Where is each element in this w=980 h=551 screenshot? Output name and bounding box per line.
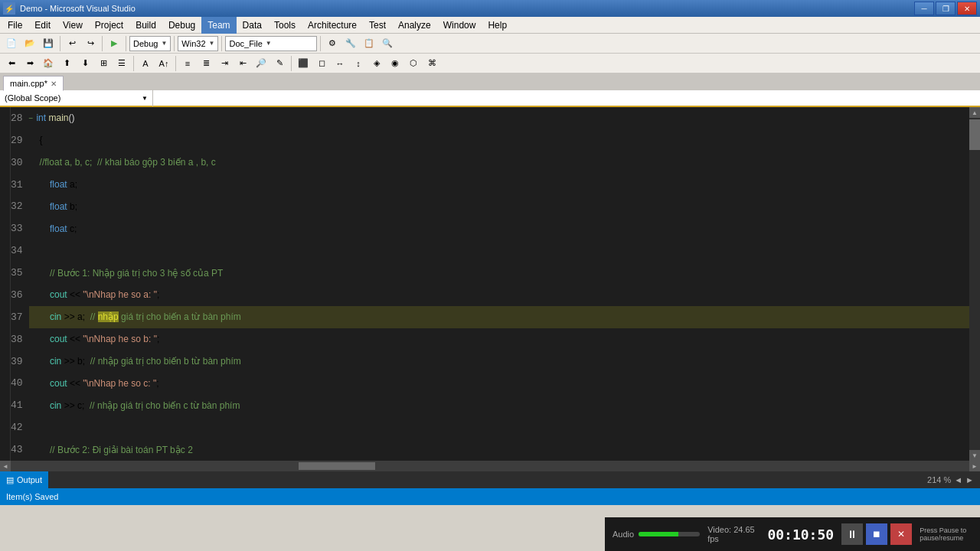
tab-close-btn[interactable]: ✕ [51, 80, 57, 88]
tb2-btn7[interactable]: ☰ [113, 55, 130, 72]
h-scrollbar[interactable]: ◄ ► [0, 461, 980, 471]
status-spacer [48, 471, 921, 488]
output-icon: ▤ [6, 475, 14, 485]
new-file-btn[interactable]: 📄 [3, 35, 20, 52]
tb2-btn21[interactable]: ◉ [387, 55, 403, 72]
code-line-28: − int main() [29, 107, 969, 129]
close-button[interactable]: ✕ [957, 2, 977, 15]
debug-dropdown-arrow: ▼ [161, 40, 167, 47]
editor-scrollbar[interactable]: ▲ ▼ [969, 107, 980, 461]
line-numbers: 28 29 30 31 32 33 34 35 36 37 38 39 40 4… [11, 107, 29, 461]
tb-extra2[interactable]: 🔧 [342, 35, 359, 52]
menu-view[interactable]: View [57, 17, 89, 34]
tb2-btn20[interactable]: ◈ [368, 55, 385, 72]
menu-data[interactable]: Data [237, 17, 268, 34]
code-line-33: float c; [29, 217, 969, 240]
menu-build[interactable]: Build [129, 17, 162, 34]
sep4 [174, 36, 175, 51]
menu-edit[interactable]: Edit [28, 17, 57, 34]
zoom-control[interactable]: 214 % ◄ ► [921, 475, 980, 484]
sep8 [175, 56, 176, 71]
tb2-btn12[interactable]: ⇥ [216, 55, 233, 72]
h-scroll-thumb[interactable] [299, 462, 375, 470]
tab-main-cpp[interactable]: main.cpp* ✕ [3, 76, 64, 91]
menu-architecture[interactable]: Architecture [302, 17, 363, 34]
tb2-btn19[interactable]: ↕ [350, 55, 367, 72]
lnum-31: 31 [11, 174, 29, 196]
lnum-41: 41 [11, 394, 29, 416]
menu-analyze[interactable]: Analyze [392, 17, 437, 34]
tb2-btn1[interactable]: ⬅ [3, 55, 20, 72]
scroll-thumb[interactable] [969, 119, 980, 150]
tb2-btn17[interactable]: ◻ [313, 55, 330, 72]
code-area[interactable]: 28 29 30 31 32 33 34 35 36 37 38 39 40 4… [0, 107, 980, 461]
tb2-btn16[interactable]: ⬛ [295, 55, 312, 72]
margin [0, 107, 11, 461]
menu-debug[interactable]: Debug [162, 17, 201, 34]
platform-dropdown[interactable]: Win32 ▼ [178, 36, 218, 51]
tb2-btn22[interactable]: ⬡ [405, 55, 422, 72]
zoom-decrease[interactable]: ◄ [954, 475, 962, 484]
pause-button[interactable]: ⏸ [841, 523, 863, 545]
menu-window[interactable]: Window [437, 17, 482, 34]
tb2-btn18[interactable]: ↔ [332, 55, 348, 72]
target-arrow: ▼ [266, 40, 272, 47]
lnum-29: 29 [11, 129, 29, 152]
sep9 [291, 56, 292, 71]
code-line-40: cout << "\nNhap he so c: "; [29, 373, 969, 395]
code-content[interactable]: − int main() { //float a, b, c; // khai … [29, 107, 969, 461]
scroll-down-btn[interactable]: ▼ [969, 450, 980, 461]
tb2-btn5[interactable]: ⬇ [77, 55, 93, 72]
toolbar2: ⬅ ➡ 🏠 ⬆ ⬇ ⊞ ☰ A A↑ ≡ ≣ ⇥ ⇤ 🔎 ✎ ⬛ ◻ ↔ ↕ ◈… [0, 54, 980, 73]
menu-tools[interactable]: Tools [268, 17, 302, 34]
scroll-up-btn[interactable]: ▲ [969, 107, 980, 118]
lnum-36: 36 [11, 284, 29, 306]
start-btn[interactable]: ▶ [106, 35, 122, 52]
lnum-43: 43 [11, 439, 29, 461]
output-tab[interactable]: ▤ Output [0, 471, 48, 488]
h-scroll-right-btn[interactable]: ► [969, 461, 980, 471]
tb-extra1[interactable]: ⚙ [324, 35, 341, 52]
minimize-button[interactable]: ─ [914, 2, 934, 15]
redo-btn[interactable]: ↪ [82, 35, 99, 52]
tb2-btn2[interactable]: ➡ [21, 55, 38, 72]
tb2-btn3[interactable]: 🏠 [40, 55, 57, 72]
scope-right-dropdown[interactable] [153, 90, 980, 106]
tb-extra3[interactable]: 📋 [361, 35, 377, 52]
tb2-btn23[interactable]: ⌘ [423, 55, 440, 72]
tb2-btn11[interactable]: ≣ [198, 55, 214, 72]
debug-dropdown[interactable]: Debug ▼ [129, 36, 171, 51]
menu-test[interactable]: Test [363, 17, 392, 34]
tb2-btn13[interactable]: ⇤ [234, 55, 251, 72]
platform-arrow: ▼ [209, 40, 215, 47]
zoom-increase[interactable]: ► [965, 475, 974, 484]
tb2-btn15[interactable]: ✎ [271, 55, 288, 72]
menu-file[interactable]: File [2, 17, 28, 34]
menu-team[interactable]: Team [201, 17, 236, 34]
menu-project[interactable]: Project [89, 17, 129, 34]
status-bar: Item(s) Saved Audio Video: 24.65 fps 00:… [0, 488, 980, 505]
tb2-btn6[interactable]: ⊞ [95, 55, 112, 72]
scope-left-dropdown[interactable]: (Global Scope) ▼ [0, 90, 153, 106]
target-dropdown[interactable]: Doc_File ▼ [225, 36, 317, 51]
tb2-btn8[interactable]: A [137, 55, 154, 72]
menu-help[interactable]: Help [482, 17, 513, 34]
code-line-35: // Bước 1: Nhập giá trị cho 3 hệ số của … [29, 262, 969, 284]
open-file-btn[interactable]: 📂 [21, 35, 38, 52]
tb2-btn9[interactable]: A↑ [155, 55, 172, 72]
title-bar-left: ⚡ Demo - Microsoft Visual Studio [3, 2, 136, 15]
stop-button[interactable]: ⏹ [866, 523, 887, 545]
sep7 [133, 56, 134, 71]
target-label: Doc_File [229, 39, 262, 48]
tb2-btn4[interactable]: ⬆ [58, 55, 75, 72]
close-video-button[interactable]: ✕ [890, 523, 912, 545]
video-bar: Audio Video: 24.65 fps 00:10:50 ⏸ ⏹ ✕ Pr… [605, 517, 980, 551]
tb2-btn10[interactable]: ≡ [179, 55, 196, 72]
restore-button[interactable]: ❐ [936, 2, 956, 15]
collapse-btn-28[interactable]: − [29, 114, 34, 122]
save-btn[interactable]: 💾 [40, 35, 57, 52]
tb-extra4[interactable]: 🔍 [379, 35, 396, 52]
undo-btn[interactable]: ↩ [64, 35, 80, 52]
h-scroll-left-btn[interactable]: ◄ [0, 461, 11, 471]
tb2-btn14[interactable]: 🔎 [253, 55, 270, 72]
